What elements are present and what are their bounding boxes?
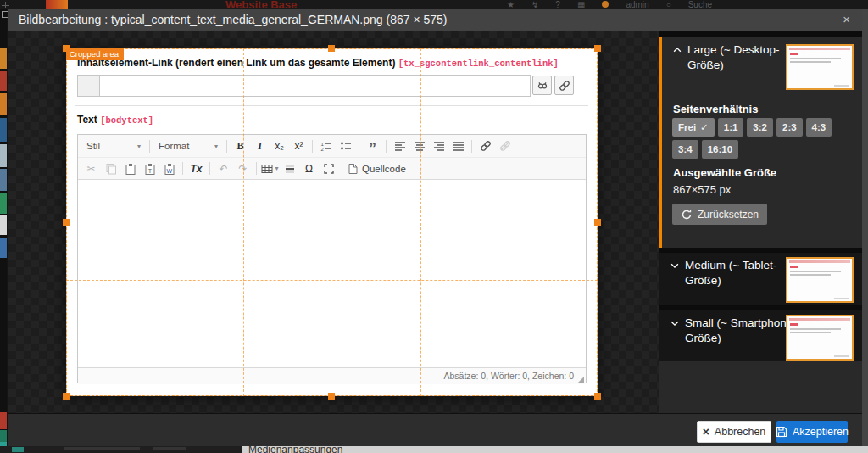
close-icon: × <box>703 425 709 439</box>
text-field-label-text: Text <box>77 114 97 126</box>
rte-editor: Stil▾Format▾BIx₂x²12” ✂TWTx↶↷▾ΩQuellcode… <box>77 134 587 383</box>
accept-button[interactable]: Akzeptieren <box>776 421 848 443</box>
crop-handle-s[interactable] <box>328 393 335 400</box>
rte-status-bar: Absätze: 0, Wörter: 0, Zeichen: 0 <box>78 367 586 384</box>
check-icon: ✓ <box>700 121 709 133</box>
aspect-ratio-button-2-3[interactable]: 2:3 <box>776 118 803 137</box>
toolbar-separator <box>471 140 472 153</box>
aspect-ratio-button-16-10[interactable]: 16:10 <box>702 140 738 159</box>
chevron-down-icon <box>670 318 680 328</box>
rte-content-area <box>78 180 586 367</box>
bookmark-icon: ★ <box>507 0 515 9</box>
crop-handle-n[interactable] <box>328 45 335 52</box>
paste-icon <box>121 160 139 177</box>
blockquote-icon: ” <box>364 137 381 154</box>
backdrop-pagetree-strip <box>0 446 242 453</box>
backdrop-module-icon <box>0 144 7 167</box>
cancel-button[interactable]: × Abbrechen <box>697 421 771 443</box>
crop-thumbnail-large[interactable] <box>786 44 854 90</box>
undo-icon: ↶ <box>214 160 232 177</box>
crop-handle-e[interactable] <box>594 219 601 226</box>
aspect-ratio-button-3-4[interactable]: 3:4 <box>672 140 698 159</box>
backdrop-module-icon <box>0 215 7 235</box>
crop-image-area[interactable]: Inhaltselement-Link (rendert einen Link … <box>66 48 598 396</box>
align-justify-icon <box>449 137 467 154</box>
crop-handle-se[interactable] <box>594 393 601 400</box>
variant-section-medium: Medium (~ Tablet-Größe) <box>659 253 862 305</box>
caret-down-icon: ▾ <box>137 143 141 150</box>
modules-grid-icon <box>2 2 9 8</box>
aspect-ratio-button-3-2[interactable]: 3:2 <box>747 118 773 137</box>
resize-grip-icon <box>578 377 584 383</box>
special-char-icon: Ω <box>300 160 318 177</box>
modal-close-button[interactable]: × <box>843 9 850 30</box>
backdrop-tree-text <box>153 447 186 450</box>
style-select: Stil▾ <box>82 137 145 154</box>
refresh-icon <box>681 209 693 221</box>
variant-section-large: Large (~ Desktop-Größe) Seitenverhältnis… <box>659 37 862 248</box>
redo-icon: ↷ <box>234 160 252 177</box>
backdrop-module-icon <box>0 238 7 258</box>
crop-handle-w[interactable] <box>63 219 70 226</box>
aspect-ratio-button-1-1[interactable]: 1:1 <box>718 118 744 137</box>
variant-small-header[interactable]: Small (~ Smartphone-Größe) <box>670 316 802 345</box>
variant-medium-header[interactable]: Medium (~ Tablet-Größe) <box>670 258 802 288</box>
link-field-label-text: Inhaltselement-Link (rendert einen Link … <box>77 57 395 69</box>
search-icon: ○ <box>666 0 671 9</box>
toolbar-separator <box>342 162 342 175</box>
cropped-area-badge: Cropped area <box>66 48 124 60</box>
backdrop-tree-icon <box>12 447 24 452</box>
horizontal-line-icon <box>281 160 298 177</box>
align-left-icon <box>391 137 409 154</box>
link-icon <box>559 80 570 92</box>
ratio-label: 2:3 <box>782 122 797 132</box>
toolbar-separator <box>312 140 313 153</box>
remove-format-icon: Tx <box>187 160 205 177</box>
superscript-icon: x² <box>290 137 308 154</box>
crop-handle-ne[interactable] <box>594 45 601 52</box>
aspect-ratio-options: Frei✓1:13:22:34:33:416:10 <box>672 118 859 159</box>
ratio-label: 3:4 <box>678 144 693 154</box>
crop-thumbnail-small[interactable] <box>786 315 854 361</box>
aspect-ratio-button-frei[interactable]: Frei✓ <box>672 118 715 137</box>
selected-size-heading: Ausgewählte Größe <box>673 166 776 179</box>
aspect-ratio-button-4-3[interactable]: 4:3 <box>806 118 832 137</box>
format-select: Format▾ <box>154 137 222 154</box>
save-icon <box>776 426 787 438</box>
crop-handle-sw[interactable] <box>63 393 70 400</box>
toolbar-separator <box>256 162 257 175</box>
copy-icon <box>102 160 120 177</box>
backdrop-admin-label: admin <box>626 0 648 9</box>
toolbar-separator <box>386 140 387 153</box>
ratio-label: 16:10 <box>708 144 732 154</box>
text-field-label: Text [bodytext] <box>77 114 153 126</box>
svg-text:W: W <box>166 167 172 173</box>
backdrop-module-tab <box>46 0 68 9</box>
variant-large-header[interactable]: Large (~ Desktop-Größe) <box>672 42 804 72</box>
reset-button[interactable]: Zurücksetzen <box>672 204 767 225</box>
backdrop-module-icon <box>0 193 7 214</box>
section-label: Small (~ Smartphone-Größe) <box>685 316 802 345</box>
modal-titlebar: Bildbearbeitung : typical_content_text_m… <box>8 9 862 31</box>
bold-icon: B <box>231 137 249 154</box>
screenshot-content: Inhaltselement-Link (rendert einen Link … <box>66 48 598 396</box>
subscript-icon: x₂ <box>270 137 288 154</box>
link-input-field <box>99 75 531 97</box>
toolbar-separator <box>149 140 150 153</box>
link-field-key: [tx_sgcontentlink_contentlink] <box>398 59 559 69</box>
crop-thumbnail-medium[interactable] <box>786 257 854 303</box>
clear-cache-icon: ↯ <box>531 0 538 9</box>
ratio-label: 3:2 <box>753 122 767 132</box>
cut-icon: ✂ <box>82 160 100 177</box>
modal-title: Bildbearbeitung : typical_content_text_m… <box>19 9 447 31</box>
backdrop-bottom-strip: Medienanpassungen <box>0 446 868 453</box>
backdrop-topbar-icons: ★ ↯ ? ▦ admin ○ Suche <box>507 0 712 9</box>
svg-text:1: 1 <box>320 142 324 147</box>
backdrop-module-icon <box>0 169 7 191</box>
backdrop-module-icon <box>0 48 7 69</box>
backdrop-module-icon <box>0 412 7 429</box>
link-browser-button <box>554 76 574 95</box>
record-browser-button <box>532 76 552 95</box>
backdrop-module-icon <box>0 71 7 91</box>
backdrop-tree-text <box>64 447 140 450</box>
